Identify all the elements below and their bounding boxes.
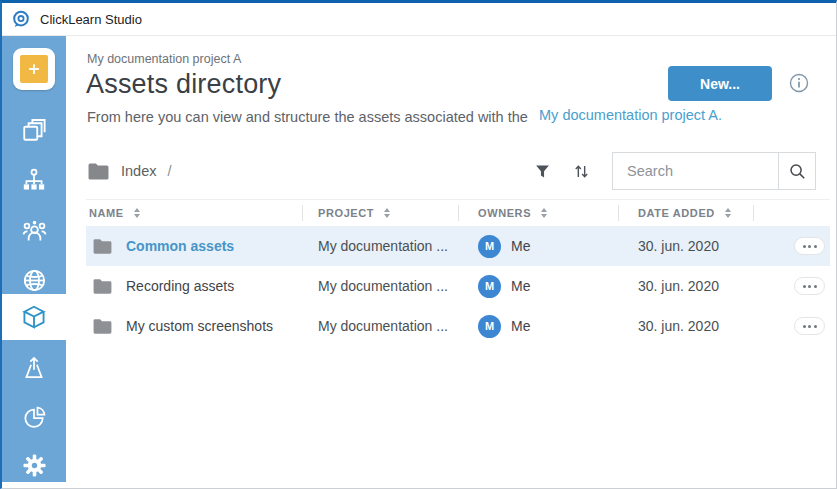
name-cell: Recording assets xyxy=(86,278,302,295)
more-options-icon[interactable] xyxy=(794,317,825,335)
sidebar-item-settings[interactable] xyxy=(2,444,66,486)
sidebar xyxy=(2,36,66,488)
column-header-name[interactable]: NAME xyxy=(86,200,302,226)
asset-name: Common assets xyxy=(126,238,234,254)
gear-icon xyxy=(22,453,47,478)
clicklearn-logo-icon xyxy=(11,9,31,29)
new-button[interactable]: New... xyxy=(668,66,772,101)
owner-name: Me xyxy=(511,238,530,254)
column-header-actions xyxy=(753,200,830,226)
name-cell: Common assets xyxy=(86,238,302,255)
actions-cell xyxy=(753,237,830,255)
table-row[interactable]: Common assets My documentation ... M Me … xyxy=(86,226,830,266)
globe-icon xyxy=(21,267,48,294)
sidebar-item-assets[interactable] xyxy=(2,294,66,340)
table-row[interactable]: My custom screenshots My documentation .… xyxy=(86,306,830,346)
breadcrumb: Index / xyxy=(87,162,534,181)
info-icon[interactable] xyxy=(788,72,810,94)
date-added-cell: 30. jun. 2020 xyxy=(618,278,753,294)
sidebar-item-new[interactable] xyxy=(2,48,66,90)
sidebar-item-copies[interactable] xyxy=(2,109,66,151)
package-box-icon xyxy=(20,303,48,331)
folder-icon xyxy=(92,238,113,255)
folder-icon xyxy=(87,162,110,181)
owner-name: Me xyxy=(511,278,530,294)
sidebar-item-team[interactable] xyxy=(2,209,66,251)
owners-cell: M Me xyxy=(458,275,618,298)
titlebar: ClickLearn Studio xyxy=(2,3,836,36)
breadcrumb-separator: / xyxy=(167,163,171,179)
breadcrumb-root[interactable]: Index xyxy=(121,163,156,179)
pie-chart-icon xyxy=(21,405,47,431)
sidebar-item-sitemap[interactable] xyxy=(2,159,66,201)
project-cell: My documentation ... xyxy=(302,278,458,294)
project-cell: My documentation ... xyxy=(302,238,458,254)
export-arrow-icon xyxy=(21,355,47,381)
date-added-cell: 30. jun. 2020 xyxy=(618,238,753,254)
search-button[interactable] xyxy=(778,153,815,189)
toolbar-actions xyxy=(534,152,816,190)
people-group-icon xyxy=(21,217,48,244)
app-window: ClickLearn Studio xyxy=(0,0,837,489)
main-content: My documentation project A Assets direct… xyxy=(66,36,836,488)
project-eyebrow: My documentation project A xyxy=(66,36,836,66)
owner-avatar: M xyxy=(478,315,501,338)
more-options-icon[interactable] xyxy=(794,237,825,255)
owners-cell: M Me xyxy=(458,235,618,258)
org-chart-icon xyxy=(21,167,47,193)
new-tile xyxy=(13,48,55,90)
table-header: NAME PROJECT OWNERS DATE ADDED xyxy=(86,199,830,226)
owner-avatar: M xyxy=(478,275,501,298)
stacked-pages-icon xyxy=(21,117,47,143)
project-link[interactable]: My documentation project A. xyxy=(539,107,722,123)
sort-arrows-icon xyxy=(384,208,390,218)
assets-table: NAME PROJECT OWNERS DATE ADDED xyxy=(86,199,830,346)
search-input[interactable] xyxy=(613,163,778,179)
column-header-date-added[interactable]: DATE ADDED xyxy=(618,200,753,226)
project-cell: My documentation ... xyxy=(302,318,458,334)
column-header-project[interactable]: PROJECT xyxy=(302,200,458,226)
sidebar-item-stats[interactable] xyxy=(2,397,66,439)
search-box xyxy=(612,152,816,190)
sort-icon[interactable] xyxy=(572,162,591,181)
owner-name: Me xyxy=(511,318,530,334)
app-title: ClickLearn Studio xyxy=(40,12,142,27)
sidebar-item-publish[interactable] xyxy=(2,347,66,389)
magnifier-icon xyxy=(788,162,807,181)
more-options-icon[interactable] xyxy=(794,277,825,295)
owner-avatar: M xyxy=(478,235,501,258)
sort-arrows-icon xyxy=(541,208,547,218)
column-header-owners[interactable]: OWNERS xyxy=(458,200,618,226)
filter-icon[interactable] xyxy=(534,163,551,180)
toolbar: Index / xyxy=(66,150,836,192)
actions-cell xyxy=(753,277,830,295)
folder-icon xyxy=(92,278,113,295)
folder-icon xyxy=(92,318,113,335)
date-added-cell: 30. jun. 2020 xyxy=(618,318,753,334)
sort-arrows-icon xyxy=(134,208,140,218)
plus-tile-icon xyxy=(20,55,48,83)
actions-cell xyxy=(753,317,830,335)
owners-cell: M Me xyxy=(458,315,618,338)
sort-arrows-icon xyxy=(725,208,731,218)
page-header: My documentation project A Assets direct… xyxy=(66,36,836,150)
asset-name: My custom screenshots xyxy=(126,318,273,334)
name-cell: My custom screenshots xyxy=(86,318,302,335)
asset-name: Recording assets xyxy=(126,278,234,294)
table-row[interactable]: Recording assets My documentation ... M … xyxy=(86,266,830,306)
